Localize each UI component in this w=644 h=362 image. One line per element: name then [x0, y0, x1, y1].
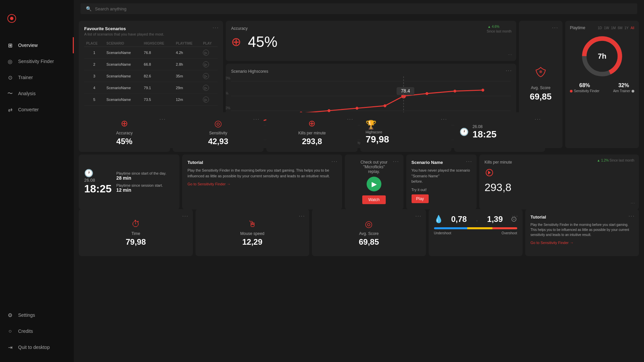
uo-separator: ,	[476, 217, 478, 222]
tutorial-menu[interactable]: ···	[331, 159, 338, 165]
table-row: 1 ScenarioName 76.8 4.2h ▷	[84, 47, 218, 59]
highscores-menu[interactable]: ···	[506, 68, 512, 74]
stat-accuracy-card: ··· ⊕ Accuracy 45%	[79, 112, 170, 152]
hs-value: 79,98	[366, 134, 389, 145]
playtime-day-label: Playtime since start of the day.	[116, 171, 166, 175]
tutorial-link[interactable]: Go to Sensitivity Finder →	[187, 182, 337, 186]
accuracy-more-dots[interactable]: ···	[508, 52, 512, 58]
stat-kpm-menu[interactable]: ···	[347, 116, 354, 122]
col-playtime: PLAYTIME	[174, 40, 201, 47]
stat-time-menu[interactable]: ···	[182, 213, 189, 219]
sidebar-item-analysis[interactable]: 〜 Analysis	[0, 85, 74, 102]
uo-labels: Undershoot Overshoot	[434, 231, 517, 235]
play-circle-icon[interactable]: ▶	[367, 177, 381, 191]
svg-point-16	[481, 88, 484, 92]
playtime-legend: 68% Sensitivity Finder 32% Aim Trainer	[570, 82, 634, 93]
undershoot-icon: 💧	[434, 215, 443, 224]
table-row: 5 ScenarioName 73.5 12m ▷	[84, 94, 218, 106]
stat-mouse-menu[interactable]: ···	[299, 213, 305, 219]
scenario-name-menu[interactable]: ···	[466, 159, 472, 165]
sidebar-label-settings: Settings	[18, 312, 35, 318]
stat-mouse-value: 12,29	[242, 237, 262, 247]
play-cell: ▷	[201, 94, 218, 106]
accuracy-badge: ▲ 4.6%	[488, 25, 499, 28]
watch-button[interactable]: Watch	[362, 195, 386, 204]
session-clock-icon: 🕐	[84, 169, 112, 178]
playtime-title: Playtime	[570, 25, 585, 30]
play-scenario-btn[interactable]: ▷	[203, 73, 209, 79]
tutorial2-menu[interactable]: ···	[629, 213, 635, 219]
sidebar-label-converter: Converter	[18, 107, 39, 112]
highscore-cell: 76.8	[142, 47, 174, 59]
tab-6m[interactable]: 6M	[618, 26, 623, 30]
clock-icon: 🕐	[460, 128, 469, 136]
place-cell: 3	[84, 70, 104, 82]
tab-1y[interactable]: 1Y	[625, 26, 629, 30]
avgscore-menu[interactable]: ···	[552, 25, 558, 31]
play-cell: ▷	[201, 70, 218, 82]
svg-text:78.4: 78.4	[401, 88, 410, 94]
uo-menu[interactable]: ···	[512, 213, 518, 219]
sidebar-item-quit[interactable]: ⇥ Quit to desktop	[0, 339, 74, 355]
scenario-cell: ScenarioName	[104, 94, 142, 106]
sidebar-item-trainer[interactable]: ⊙ Trainer	[0, 69, 74, 85]
col-play: PLAY	[201, 40, 218, 47]
main-content: 🔍 ··· Favourite Scenarios A list of scen…	[74, 0, 644, 362]
microflicks-menu[interactable]: ···	[393, 159, 399, 165]
playtime-card: Playtime 1D 1W 1M 6M 1Y All	[565, 21, 639, 148]
sidebar-item-settings[interactable]: ⚙ Settings	[0, 307, 74, 323]
try-it-out: Try it out!	[412, 188, 471, 192]
place-cell: 2	[84, 59, 104, 70]
place-cell: 5	[84, 94, 104, 106]
microflicks-card: ··· Check out your "Microflicks" replay.…	[345, 155, 404, 209]
stat-avgscore-label: Avg. Score	[359, 231, 379, 236]
playtime-cell: 35m	[174, 70, 201, 82]
hs-menu[interactable]: ···	[441, 116, 447, 122]
donut-chart-container: 7h	[570, 36, 634, 76]
col-highscore: HIGHSCORE	[142, 40, 174, 47]
tab-1w[interactable]: 1W	[604, 26, 609, 30]
sidebar-item-sensitivity-finder[interactable]: ◎ Sensitivity Finder	[0, 53, 74, 69]
sidebar-item-credits[interactable]: ○ Credits	[0, 323, 74, 339]
tab-all[interactable]: All	[631, 26, 634, 30]
playtime-cell: 4.2h	[174, 47, 201, 59]
tab-1d[interactable]: 1D	[598, 26, 602, 30]
card-subtitle: A list of scenarios that you have played…	[84, 32, 218, 36]
converter-icon: ⇄	[7, 106, 13, 113]
mouse-icon: 🖱	[248, 219, 257, 229]
sidebar-item-overview[interactable]: ⊞ Overview	[0, 37, 74, 53]
sidebar-item-converter[interactable]: ⇄ Converter	[0, 102, 74, 118]
playtime-day-row: Playtime since start of the day. 28 min	[116, 171, 166, 181]
kpm-icon	[485, 168, 634, 179]
time-menu[interactable]: ···	[535, 116, 541, 122]
sidebar: ⊞ Overview ◎ Sensitivity Finder ⊙ Traine…	[0, 0, 74, 362]
table-row: 4 ScenarioName 79.1 29m ▷	[84, 82, 218, 94]
place-cell: 4	[84, 82, 104, 94]
play-scenario-btn[interactable]: ▷	[203, 85, 209, 91]
play-scenario-btn[interactable]: ▷	[203, 97, 209, 103]
svg-point-20	[539, 70, 542, 73]
svg-point-1	[10, 17, 13, 20]
microflicks-text: Check out your "Microflicks" replay.	[361, 160, 388, 174]
tutorial2-link[interactable]: Go to Sensitivity Finder →	[531, 241, 634, 245]
hs-label: Highscore	[366, 130, 382, 134]
stat-acc-menu[interactable]: ···	[159, 116, 166, 122]
uo-values: 💧 0,78 , 1,39 ⊙	[434, 215, 517, 224]
stat-sens-menu[interactable]: ···	[253, 116, 260, 122]
play-button[interactable]: Play	[412, 194, 429, 203]
place-cell: 1	[84, 47, 104, 59]
tab-1m[interactable]: 1M	[611, 26, 616, 30]
row-1: ··· Favourite Scenarios A list of scenar…	[79, 21, 639, 110]
scenario-name-card: ··· Scenario Name You have never played …	[406, 155, 477, 209]
card-menu-dots[interactable]: ···	[213, 25, 219, 31]
svg-point-10	[328, 109, 330, 112]
search-bar[interactable]: 🔍	[80, 3, 637, 14]
play-scenario-btn[interactable]: ▷	[203, 61, 209, 67]
sidebar-label-credits: Credits	[18, 328, 33, 334]
play-scenario-btn[interactable]: ▷	[203, 50, 209, 56]
time-stat-icon: ⏱	[131, 219, 140, 229]
kpm-more-dots[interactable]: ···	[631, 200, 635, 206]
search-input[interactable]	[95, 6, 632, 11]
donut-chart: 7h	[582, 36, 622, 76]
stat-avgscore-menu[interactable]: ···	[415, 213, 422, 219]
